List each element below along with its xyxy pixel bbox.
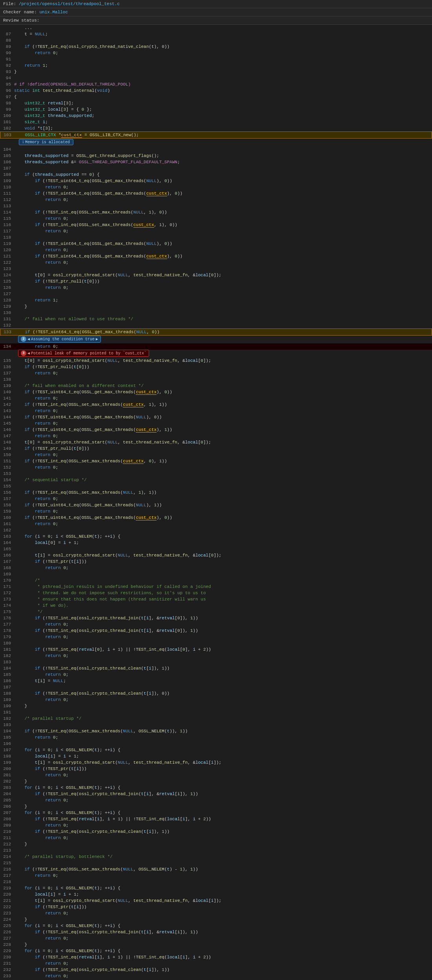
line-93: 93 } [0,69,432,75]
line-101: 101 size_t i; [0,119,432,125]
line-129: 129 } [0,303,432,310]
line-178: 178 if (!TEST_int_eq(ossl_crypto_thread_… [0,628,432,634]
line-131: 131 /* fail when not allowed to use thre… [0,316,432,322]
line-111: 111 if (!TEST_uint64_t_eq(OSSL_get_max_t… [0,190,432,197]
line-147: 147 return 0; [0,433,432,439]
line-187: 187 [0,684,432,690]
line-91: 91 [0,56,432,62]
info-icon: ℹ [22,140,24,144]
line-202: 202 } [0,778,432,785]
line-118: 118 [0,234,432,241]
line-134: 134 return 0; [0,343,432,350]
assuming-annotation: 2 ◀ Assuming the condition true ▶ [0,336,432,343]
line-216: 216 if (!TEST_int_eq(OSSL_set_max_thread… [0,866,432,872]
memory-bubble: ℹ Memory is allocated [19,139,73,145]
line-214: 214 /* parallel startup, bottleneck */ [0,854,432,860]
line-ellipsis: ... [0,25,432,31]
line-226: 226 if (!TEST_int_eq(ossl_crypto_thread_… [0,929,432,935]
line-110: 110 return 0; [0,184,432,190]
line-168: 168 return 0; [0,565,432,571]
line-227: 227 return 0; [0,935,432,942]
code-area: ... 87 t = NULL; 88 89 if (!TEST_int_eq(… [0,25,432,980]
line-144: 144 if (!TEST_uint64_t_eq(OSSL_get_max_t… [0,414,432,420]
line-138: 138 [0,376,432,383]
line-185: 185 return 0; [0,672,432,678]
line-116: 116 if (!TEST_int_eq(OSSL_set_max_thread… [0,222,432,228]
line-175: 175 */ [0,609,432,615]
line-102: 102 void *t[3]; [0,125,432,131]
line-104: 104 [0,146,432,153]
line-193: 193 [0,722,432,728]
line-176: 176 if (!TEST_int_eq(ossl_crypto_thread_… [0,615,432,621]
line-125: 125 if (!TEST_ptr_null(t[0])) [0,278,432,285]
assuming-bubble: 2 ◀ Assuming the condition true ▶ [18,336,101,343]
line-117: 117 return 0; [0,228,432,234]
line-230: 230 if (!TEST_int_eq(retval[i], i + 1) |… [0,954,432,960]
line-133: 133 if (!TEST_uint64_t_eq(OSSL_get_max_t… [0,328,432,336]
checker-label: Checker name: [3,10,37,15]
line-181: 181 if (!TEST_int_eq(retval[0], i + 1) |… [0,646,432,653]
line-232: 232 if (!TEST_int_eq(ossl_crypto_thread_… [0,967,432,973]
line-135: 135 t[0] = ossl_crypto_thread_start(NULL… [0,358,432,364]
line-194: 194 if (!TEST_int_eq(OSSL_set_max_thread… [0,728,432,734]
line-149: 149 if (!TEST_ptr_null(t[0])) [0,445,432,452]
line-103: 103 OSSL_LIB_CTX *cust_ctx = OSSL_LIB_CT… [0,131,432,139]
line-153: 153 [0,471,432,477]
line-184: 184 if (!TEST_int_eq(ossl_crypto_thread_… [0,665,432,672]
line-197: 197 for (i = 0; i < OSSL_NELEM(t); ++i) … [0,747,432,753]
line-204: 204 if (!TEST_int_eq(ossl_crypto_thread_… [0,791,432,797]
file-label: File: [3,2,16,6]
line-115: 115 return 0; [0,215,432,222]
line-218: 218 [0,879,432,885]
line-87: 87 t = NULL; [0,31,432,37]
line-94: 94 [0,75,432,81]
line-113: 113 [0,203,432,209]
line-208: 208 if (!TEST_int_eq(retval[i], i + 1) |… [0,816,432,822]
line-225: 225 for (i = 0; i < OSSL_NELEM(t); ++i) … [0,923,432,929]
line-139: 139 /* fail when enabled on a different … [0,383,432,389]
line-152: 152 return 0; [0,464,432,471]
memory-annotation: ℹ Memory is allocated [0,139,432,146]
line-98: 98 uint32_t retval[3]; [0,100,432,106]
line-210: 210 if (!TEST_int_eq(ossl_crypto_thread_… [0,829,432,835]
line-188: 188 if (!TEST_int_eq(ossl_crypto_thread_… [0,690,432,697]
line-223: 223 return 0; [0,910,432,916]
line-211: 211 return 0; [0,835,432,841]
line-140: 140 if (!TEST_uint64_t_eq(OSSL_get_max_t… [0,389,432,395]
line-89: 89 if (!TEST_int_eq(ossl_crypto_thread_n… [0,44,432,50]
leak-bubble: 3 ◀ Potential leak of memory pointed to … [18,350,149,357]
line-212: 212 } [0,841,432,847]
line-155: 155 [0,483,432,489]
line-195: 195 return 0; [0,734,432,741]
line-105: 105 threads_supported = OSSL_get_thread_… [0,153,432,159]
line-124: 124 t[0] = ossl_crypto_thread_start(NULL… [0,272,432,278]
line-126: 126 return 0; [0,285,432,291]
line-128: 128 return 1; [0,297,432,303]
line-180: 180 [0,640,432,646]
line-219: 219 for (i = 0; i < OSSL_NELEM(t); ++i) … [0,885,432,891]
line-106: 106 threads_supported &= OSSL_THREAD_SUP… [0,159,432,165]
line-189: 189 return 0; [0,697,432,703]
line-92: 92 return 1; [0,62,432,69]
line-170: 170 /* [0,577,432,584]
step-number-3: 3 [21,350,26,356]
line-213: 213 [0,847,432,854]
line-121: 121 if (!TEST_uint64_t_eq(OSSL_get_max_t… [0,253,432,259]
line-130: 130 [0,310,432,316]
line-224: 224 } [0,916,432,923]
line-156: 156 if (!TEST_int_eq(OSSL_set_max_thread… [0,489,432,496]
line-90: 90 return 0; [0,50,432,56]
line-217: 217 return 0; [0,872,432,879]
line-220: 220 local[i] = i + 1; [0,891,432,898]
line-199: 199 t[i] = ossl_crypto_thread_start(NULL… [0,759,432,766]
line-164: 164 local[0] = i + 1; [0,540,432,546]
line-190: 190 } [0,703,432,709]
line-161: 161 return 0; [0,521,432,527]
review-label: Review status: [3,18,39,23]
line-119: 119 if (!TEST_uint64_t_eq(OSSL_get_max_t… [0,241,432,247]
line-179: 179 return 0; [0,634,432,640]
line-99: 99 uint32_t local[3] = { 0 }; [0,106,432,113]
line-209: 209 return 0; [0,822,432,829]
line-233: 233 return 0; [0,973,432,979]
file-path[interactable]: /project/openssl/test/threadpool_test.c [19,2,120,6]
